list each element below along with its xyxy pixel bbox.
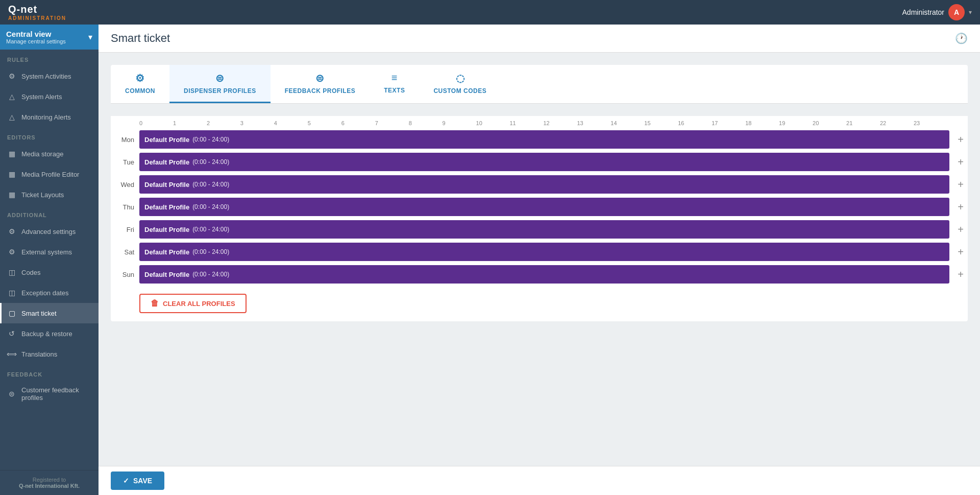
user-menu[interactable]: Administrator A ▾ (902, 4, 972, 20)
sidebar-item-system-alerts[interactable]: △ System Alerts (0, 86, 99, 107)
sidebar-item-media-profile-editor[interactable]: ▦ Media Profile Editor (0, 164, 99, 184)
schedule-bar[interactable]: Default Profile(0:00 - 24:00) (139, 153, 949, 171)
time-label: 5 (308, 120, 341, 126)
schedule-bar-container: Default Profile(0:00 - 24:00) (139, 130, 949, 149)
texts-tab-icon: ≡ (391, 72, 398, 84)
schedule-row: WedDefault Profile(0:00 - 24:00)+ (111, 173, 968, 196)
sidebar-item-advanced-settings[interactable]: ⚙ Advanced settings (0, 221, 99, 242)
schedule-bar-profile-label: Default Profile (144, 181, 189, 188)
sidebar-item-media-storage[interactable]: ▦ Media storage (0, 144, 99, 164)
sidebar-item-external-systems[interactable]: ⚙ External systems (0, 242, 99, 262)
schedule-bar-container: Default Profile(0:00 - 24:00) (139, 265, 949, 284)
sidebar-item-label: Smart ticket (21, 310, 57, 317)
schedule-bar-profile-label: Default Profile (144, 226, 189, 233)
time-label: 0 (139, 120, 173, 126)
feedback-icon: ⊜ (7, 389, 16, 398)
schedule-row: FriDefault Profile(0:00 - 24:00)+ (111, 218, 968, 241)
tab-feedback-profiles[interactable]: ⊜ FEEDBACK PROFILES (271, 65, 370, 103)
time-label: 22 (880, 120, 914, 126)
schedule-bar[interactable]: Default Profile(0:00 - 24:00) (139, 175, 949, 194)
sidebar-item-label: Monitoring Alerts (21, 113, 71, 121)
sidebar-item-label: Codes (21, 269, 41, 276)
time-label: 14 (610, 120, 644, 126)
history-icon[interactable]: 🕐 (955, 32, 968, 44)
alert-icon: △ (7, 92, 16, 101)
day-label: Tue (111, 158, 139, 166)
time-label: 20 (813, 120, 846, 126)
schedule-bar-time: (0:00 - 24:00) (192, 271, 229, 278)
add-schedule-button[interactable]: + (953, 200, 968, 214)
section-additional: ADDITIONAL (0, 205, 99, 221)
content-body: ⚙ COMMON ⊜ DISPENSER PROFILES ⊜ FEEDBACK… (99, 53, 980, 466)
sidebar-item-label: Backup & restore (21, 330, 72, 338)
tab-texts[interactable]: ≡ TEXTS (370, 65, 419, 103)
schedule-bar-container: Default Profile(0:00 - 24:00) (139, 198, 949, 216)
time-label: 17 (712, 120, 745, 126)
sidebar-item-label: Customer feedback profiles (21, 386, 91, 402)
day-label: Thu (111, 203, 139, 211)
sidebar-item-translations[interactable]: ⟺ Translations (0, 344, 99, 364)
tab-dispenser-profiles[interactable]: ⊜ DISPENSER PROFILES (169, 65, 271, 103)
avatar: A (948, 4, 965, 20)
tab-common[interactable]: ⚙ COMMON (111, 65, 169, 103)
tab-texts-label: TEXTS (384, 87, 405, 94)
save-check-icon: ✓ (123, 477, 129, 485)
time-label: 7 (375, 120, 409, 126)
time-ruler: 01234567891011121314151617181920212223 (139, 116, 947, 128)
footer-company: Q-net International Kft. (6, 483, 92, 489)
topbar: Q-net ADMINISTRATION Administrator A ▾ (0, 0, 980, 25)
add-schedule-button[interactable]: + (953, 132, 968, 147)
sidebar-item-label: Ticket Layouts (21, 191, 64, 199)
dispenser-tab-icon: ⊜ (215, 72, 225, 84)
sidebar-item-label: Media storage (21, 150, 63, 158)
settings-icon: ⚙ (7, 72, 16, 81)
sidebar-item-label: System Alerts (21, 93, 62, 101)
tab-dispenser-label: DISPENSER PROFILES (184, 87, 256, 95)
schedule-bar[interactable]: Default Profile(0:00 - 24:00) (139, 198, 949, 216)
tab-bar: ⚙ COMMON ⊜ DISPENSER PROFILES ⊜ FEEDBACK… (111, 65, 968, 104)
schedule-bar-time: (0:00 - 24:00) (192, 181, 229, 188)
sidebar-item-customer-feedback-profiles[interactable]: ⊜ Customer feedback profiles (0, 381, 99, 407)
add-schedule-button[interactable]: + (953, 245, 968, 259)
schedule-bar[interactable]: Default Profile(0:00 - 24:00) (139, 220, 949, 239)
time-label: 18 (745, 120, 779, 126)
sidebar-item-monitoring-alerts[interactable]: △ Monitoring Alerts (0, 107, 99, 127)
ticket-layouts-icon: ▦ (7, 190, 16, 199)
sidebar-item-backup-restore[interactable]: ↺ Backup & restore (0, 323, 99, 344)
sidebar-item-smart-ticket[interactable]: ▢ Smart ticket (0, 303, 99, 323)
time-label: 8 (409, 120, 443, 126)
add-schedule-button[interactable]: + (953, 177, 968, 192)
sidebar-item-codes[interactable]: ◫ Codes (0, 262, 99, 282)
schedule-bar[interactable]: Default Profile(0:00 - 24:00) (139, 130, 949, 149)
save-button[interactable]: ✓ SAVE (111, 472, 164, 490)
central-view-arrow: ▾ (88, 32, 92, 42)
common-tab-icon: ⚙ (135, 72, 145, 84)
page-title: Smart ticket (111, 32, 170, 45)
schedule-bar[interactable]: Default Profile(0:00 - 24:00) (139, 265, 949, 284)
time-label: 16 (678, 120, 712, 126)
add-schedule-button[interactable]: + (953, 155, 968, 169)
clear-all-profiles-button[interactable]: 🗑 CLEAR ALL PROFILES (139, 294, 247, 313)
time-label: 12 (543, 120, 577, 126)
sidebar-item-exception-dates[interactable]: ◫ Exception dates (0, 282, 99, 303)
codes-icon: ◫ (7, 268, 16, 277)
logo-sub: ADMINISTRATION (8, 15, 66, 21)
sidebar-item-ticket-layouts[interactable]: ▦ Ticket Layouts (0, 184, 99, 205)
sidebar-item-system-activities[interactable]: ⚙ System Activities (0, 66, 99, 86)
schedule-row: TueDefault Profile(0:00 - 24:00)+ (111, 151, 968, 173)
section-rules: RULES (0, 50, 99, 66)
sidebar-central-view[interactable]: Central view Manage central settings ▾ (0, 25, 99, 50)
footer-registered: Registered to (6, 477, 92, 483)
sidebar: Central view Manage central settings ▾ R… (0, 25, 99, 495)
schedule-container: 01234567891011121314151617181920212223 M… (111, 116, 968, 321)
add-schedule-button[interactable]: + (953, 222, 968, 237)
time-label: 21 (846, 120, 880, 126)
time-label: 15 (644, 120, 678, 126)
time-label: 6 (341, 120, 375, 126)
app-logo: Q-net ADMINISTRATION (8, 4, 66, 21)
add-schedule-button[interactable]: + (953, 267, 968, 281)
sidebar-item-label: External systems (21, 248, 72, 256)
schedule-bar[interactable]: Default Profile(0:00 - 24:00) (139, 243, 949, 261)
tab-custom-codes[interactable]: ◌ CUSTOM CODES (419, 65, 501, 103)
time-label: 4 (274, 120, 308, 126)
